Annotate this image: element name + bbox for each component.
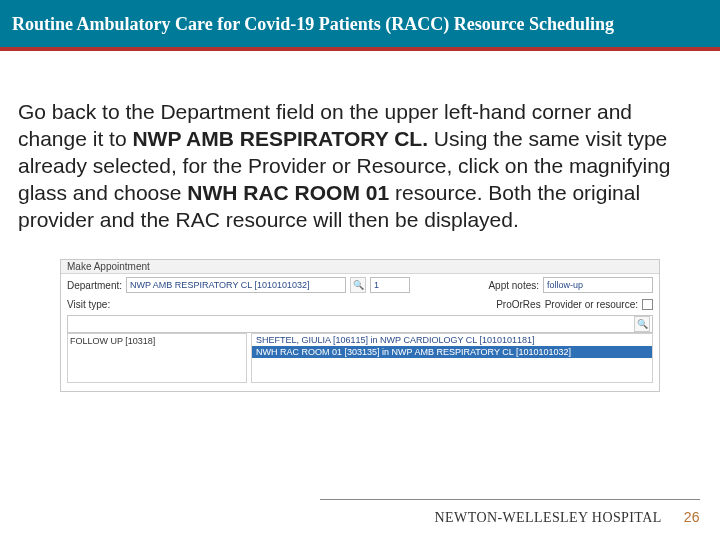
list-item[interactable]: SHEFTEL, GIULIA [106115] in NWP CARDIOLO… (252, 334, 652, 346)
visit-row: Visit type: ProOrRes Provider or resourc… (61, 296, 659, 313)
page-number: 26 (684, 509, 700, 525)
visit-type-list[interactable]: FOLLOW UP [10318] (67, 333, 247, 383)
visit-type-label: Visit type: (67, 299, 110, 310)
window-title: Make Appointment (61, 260, 659, 274)
dept-name-bold: NWP AMB RESPIRATORY CL. (132, 127, 433, 150)
list-item-selected[interactable]: NWH RAC ROOM 01 [303135] in NWP AMB RESP… (252, 346, 652, 358)
resource-name-bold: NWH RAC ROOM 01 (187, 181, 395, 204)
department-label: Department: (67, 280, 122, 291)
dept-row: Department: NWP AMB RESPIRATORY CL [1010… (61, 274, 659, 296)
provider-checkbox[interactable] (642, 299, 653, 310)
list-item[interactable]: FOLLOW UP [10318] (70, 336, 244, 346)
instruction-paragraph: Go back to the Department field on the u… (0, 51, 720, 251)
search-icon[interactable]: 🔍 (634, 316, 650, 332)
provider-label: Provider or resource: (545, 299, 638, 310)
results-area: FOLLOW UP [10318] SHEFTEL, GIULIA [10611… (61, 333, 659, 391)
units-field[interactable]: 1 (370, 277, 410, 293)
provider-results-list[interactable]: SHEFTEL, GIULIA [106115] in NWP CARDIOLO… (251, 333, 653, 383)
search-icon[interactable]: 🔍 (350, 277, 366, 293)
provider-header-label: ProOrRes (496, 299, 540, 310)
appt-notes-field[interactable]: follow-up (543, 277, 653, 293)
slide-title: Routine Ambulatory Care for Covid-19 Pat… (0, 0, 720, 51)
provider-search-bar[interactable]: 🔍 (67, 315, 653, 333)
footer-rule (320, 499, 700, 500)
app-screenshot: Make Appointment Department: NWP AMB RES… (60, 259, 660, 392)
footer: NEWTON-WELLESLEY HOSPITAL 26 (435, 509, 700, 526)
appt-notes-label: Appt notes: (488, 280, 539, 291)
department-field[interactable]: NWP AMB RESPIRATORY CL [1010101032] (126, 277, 346, 293)
org-name: NEWTON-WELLESLEY HOSPITAL (435, 510, 662, 526)
